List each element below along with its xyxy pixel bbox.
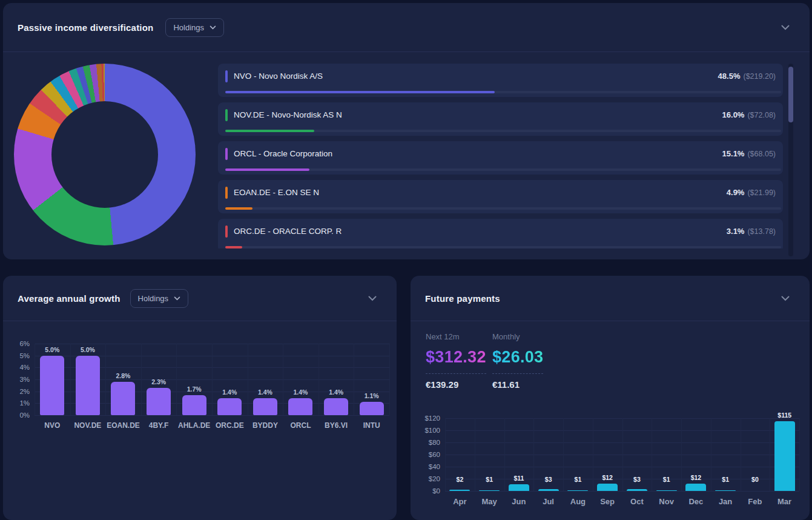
bar-column[interactable]: 1.4%	[319, 344, 354, 415]
holding-values: 4.9%($21.99)	[727, 188, 776, 197]
bar[interactable]	[111, 382, 135, 415]
x-axis-label: BYDDY	[253, 421, 278, 430]
bar-column[interactable]: 1.1%	[354, 344, 389, 415]
holding-label: NVO - Novo Nordisk A/S	[234, 72, 323, 81]
holding-percent: 16.0%	[722, 110, 745, 119]
chevron-down-icon	[781, 25, 790, 30]
bar-column[interactable]: $1	[563, 418, 593, 491]
holding-amount: ($21.99)	[747, 188, 776, 197]
bar-value-label: 5.0%	[45, 346, 59, 353]
holding-amount: ($68.05)	[747, 150, 776, 158]
bar-value-label: $0	[751, 476, 759, 483]
bar-column[interactable]: 2.3%	[141, 344, 177, 415]
chevron-down-icon	[368, 296, 377, 301]
bar-value-label: 2.8%	[116, 372, 131, 379]
holding-row[interactable]: EOAN.DE - E.ON SE N4.9%($21.99)	[218, 180, 783, 213]
bar[interactable]	[449, 490, 470, 491]
holding-progress-track	[225, 246, 781, 248]
bar[interactable]	[538, 489, 559, 491]
bar-column[interactable]: $2	[445, 418, 475, 491]
bar-column[interactable]: $0	[741, 418, 770, 491]
bar[interactable]	[656, 490, 677, 491]
growth-bar-chart: 6%5%4%3%2%1%0%5.0%NVO5.0%NOV.DE2.8%EOAN.…	[3, 344, 397, 441]
bar[interactable]	[253, 398, 277, 415]
bar-column[interactable]: 5.0%	[70, 344, 106, 415]
x-axis-label: NOV.DE	[74, 421, 101, 430]
bar[interactable]	[479, 490, 500, 491]
bar[interactable]	[182, 395, 206, 415]
bar-column[interactable]: $1	[711, 418, 741, 491]
bar[interactable]	[597, 484, 618, 491]
bar-value-label: 1.4%	[222, 388, 237, 396]
bar[interactable]	[509, 484, 529, 491]
bar[interactable]	[715, 490, 736, 491]
chevron-down-icon	[781, 296, 790, 301]
holding-row[interactable]: ORCL - Oracle Corporation15.1%($68.05)	[218, 141, 783, 175]
bar-column[interactable]: $3	[533, 418, 563, 491]
bar-column[interactable]: $1	[475, 418, 504, 491]
bar-column[interactable]: $1	[652, 418, 681, 491]
growth-collapse-button[interactable]	[366, 292, 378, 304]
y-axis-tick: 0%	[5, 412, 30, 419]
bar-column[interactable]: 1.4%	[248, 344, 283, 415]
bar-column[interactable]: $3	[622, 418, 652, 491]
bar-column[interactable]: $12	[681, 418, 711, 491]
holdings-scrollbar-thumb[interactable]	[788, 67, 793, 122]
holding-accent-bar	[225, 109, 228, 121]
holdings-scrollbar-track[interactable]	[788, 64, 793, 256]
holding-progress-fill	[225, 207, 253, 210]
bar-column[interactable]: $115	[770, 418, 799, 491]
y-axis-tick: $60	[416, 451, 440, 458]
bar-value-label: 5.0%	[81, 346, 95, 353]
bar[interactable]	[147, 388, 171, 415]
holding-row[interactable]: NOV.DE - Novo-Nordisk AS N16.0%($72.08)	[218, 102, 783, 136]
bar[interactable]	[76, 356, 100, 415]
holding-percent: 3.1%	[727, 227, 745, 236]
y-axis-tick: $100	[416, 427, 440, 434]
holding-row[interactable]: NVO - Novo Nordisk A/S48.5%($219.20)	[218, 64, 783, 97]
diversification-holdings-dropdown[interactable]: Holdings	[165, 18, 224, 37]
diversification-collapse-button[interactable]	[779, 21, 791, 33]
bar[interactable]	[288, 398, 312, 415]
bar-column[interactable]: $11	[504, 418, 534, 491]
x-axis-label: Jul	[543, 497, 554, 506]
holding-progress-fill	[225, 130, 314, 132]
bar[interactable]	[774, 421, 795, 491]
x-axis-label: 4BY.F	[149, 421, 169, 430]
bar[interactable]	[360, 402, 384, 415]
future-collapse-button[interactable]	[779, 292, 791, 304]
future-title: Future payments	[425, 293, 500, 304]
x-axis-label: Mar	[777, 497, 791, 506]
growth-title: Average annual growth	[18, 293, 120, 304]
monthly-eur-value: €11.61	[492, 379, 543, 390]
bar[interactable]	[217, 398, 242, 415]
bar-column[interactable]: 5.0%	[35, 344, 70, 415]
bar-column[interactable]: 2.8%	[105, 344, 141, 415]
y-axis-tick: $0	[416, 487, 440, 495]
holding-label: NOV.DE - Novo-Nordisk AS N	[234, 110, 342, 119]
bar[interactable]	[685, 484, 706, 491]
x-axis-label: Aug	[570, 497, 586, 506]
x-axis-label: ORC.DE	[216, 421, 244, 430]
growth-holdings-dropdown[interactable]: Holdings	[130, 289, 189, 308]
x-axis-label: BY6.VI	[325, 421, 348, 430]
bar-column[interactable]: $12	[593, 418, 622, 491]
bar[interactable]	[567, 490, 588, 491]
dropdown-value: Holdings	[173, 23, 204, 32]
bar-column[interactable]: 1.4%	[212, 344, 248, 415]
bar-value-label: $1	[722, 476, 729, 483]
holding-label: EOAN.DE - E.ON SE N	[234, 188, 319, 197]
bar-column[interactable]: 1.4%	[283, 344, 319, 415]
x-axis-label: Oct	[630, 497, 644, 506]
holding-accent-bar	[225, 187, 228, 199]
x-axis-label: INTU	[363, 421, 380, 430]
y-axis-tick: 2%	[5, 388, 30, 395]
next-12m-summary: Next 12m $312.32 €139.29	[426, 332, 486, 390]
bar[interactable]	[324, 398, 348, 415]
bar-column[interactable]: 1.7%	[176, 344, 212, 415]
bar[interactable]	[627, 489, 647, 491]
bar[interactable]	[40, 356, 64, 415]
bar-value-label: $12	[602, 474, 613, 481]
holding-row[interactable]: ORC.DE - ORACLE CORP. R3.1%($13.78)	[218, 219, 783, 248]
donut-hole	[51, 101, 158, 208]
